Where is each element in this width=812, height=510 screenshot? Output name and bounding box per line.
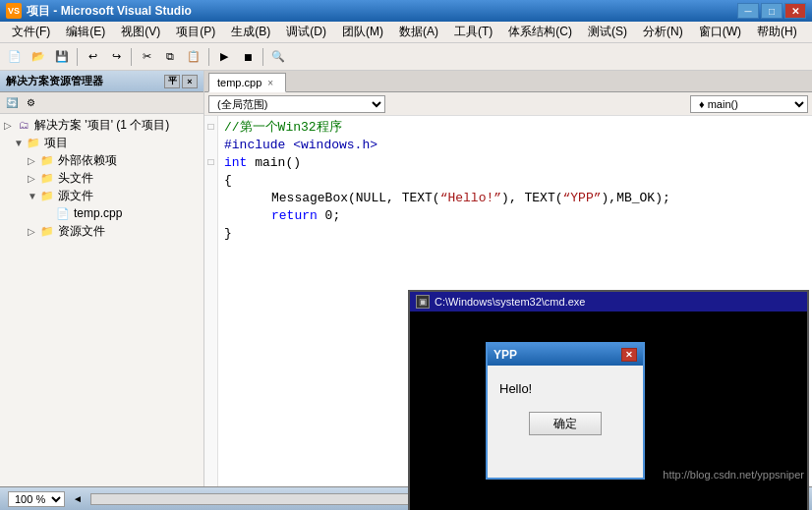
cpp-file-icon: 📄 <box>55 206 71 220</box>
code-msgbox-args1: (NULL, <box>348 191 402 205</box>
expand-arrow-ext: ▷ <box>28 155 39 166</box>
tree-item-external-deps[interactable]: ▷ 📁 外部依赖项 <box>0 151 203 169</box>
code-line-6: return 0; <box>224 206 806 224</box>
expand-arrow: ▷ <box>4 120 16 131</box>
tab-close-button[interactable]: × <box>267 78 273 88</box>
scope-dropdown[interactable]: (全局范围) <box>208 95 385 113</box>
menu-test[interactable]: 测试(S) <box>580 22 635 42</box>
close-button[interactable]: ✕ <box>784 3 806 19</box>
toolbar: 📄 📂 💾 ↩ ↪ ✂ ⧉ 📋 ▶ ⏹ 🔍 <box>0 43 812 71</box>
code-line-4: { <box>224 171 806 189</box>
tree-item-solution[interactable]: ▷ 🗂 解决方案 '项目' (1 个项目) <box>0 116 203 134</box>
msgbox-title-bar: YPP ✕ <box>488 344 643 366</box>
menu-architecture[interactable]: 体系结构(C) <box>500 22 580 42</box>
tree-item-project[interactable]: ▼ 📁 项目 <box>0 134 203 151</box>
menu-bar: 文件(F) 编辑(E) 视图(V) 项目(P) 生成(B) 调试(D) 团队(M… <box>0 22 812 43</box>
fold-btn-6 <box>204 206 217 224</box>
sidebar-header: 解决方案资源管理器 平 × <box>0 71 203 92</box>
ok-label: 确定 <box>553 416 577 432</box>
toolbar-paste[interactable]: 📋 <box>183 46 204 68</box>
zoom-select[interactable]: 100 % <box>8 491 65 507</box>
toolbar-redo[interactable]: ↪ <box>105 46 127 68</box>
menu-build[interactable]: 生成(B) <box>223 22 278 42</box>
msgbox-controls: ✕ <box>621 348 637 362</box>
menu-view[interactable]: 视图(V) <box>113 22 168 42</box>
external-deps-label: 外部依赖项 <box>58 152 117 169</box>
editor-tab-temp-cpp[interactable]: temp.cpp × <box>208 73 286 92</box>
ok-button[interactable]: 确定 <box>529 412 602 435</box>
toolbar-undo[interactable]: ↩ <box>82 46 103 68</box>
menu-file[interactable]: 文件(F) <box>4 22 58 42</box>
menu-analyze[interactable]: 分析(N) <box>635 22 691 42</box>
fold-btn-3[interactable]: □ <box>204 153 217 171</box>
menu-debug[interactable]: 调试(D) <box>278 22 334 42</box>
solution-explorer: 解决方案资源管理器 平 × 🔄 ⚙ ▷ 🗂 解决方案 '项目' (1 个项目) … <box>0 71 204 486</box>
menu-help[interactable]: 帮助(H) <box>749 22 805 42</box>
sources-label: 源文件 <box>58 188 93 204</box>
external-deps-icon: 📁 <box>39 153 55 167</box>
window-controls: ─ □ ✕ <box>737 3 806 19</box>
code-line-3: int main() <box>224 153 806 171</box>
sidebar-close-button[interactable]: × <box>182 75 198 88</box>
sidebar-props-btn[interactable]: ⚙ <box>22 94 39 112</box>
toolbar-sep4 <box>262 48 263 66</box>
code-preprocessor: #include <windows.h> <box>224 138 377 152</box>
sidebar-toolbar: 🔄 ⚙ <box>0 92 203 114</box>
fold-btn-1[interactable]: □ <box>204 118 217 136</box>
sidebar-refresh-btn[interactable]: 🔄 <box>3 94 21 112</box>
sidebar-controls: 平 × <box>164 75 198 88</box>
zoom-control: 100 % <box>8 491 65 507</box>
temp-cpp-label: temp.cpp <box>74 206 122 220</box>
cmd-title-text: C:\Windows\system32\cmd.exe <box>435 296 585 308</box>
toolbar-debug-start[interactable]: ▶ <box>213 46 235 68</box>
toolbar-open[interactable]: 📂 <box>28 46 49 68</box>
tab-filename: temp.cpp <box>217 77 261 88</box>
code-messagebox: MessageBox <box>271 191 348 205</box>
code-comment: //第一个Win32程序 <box>224 118 342 136</box>
function-dropdown[interactable]: ♦ main() <box>690 95 808 113</box>
code-msgbox-end: ),MB_OK); <box>602 191 670 205</box>
sidebar-dock-button[interactable]: 平 <box>164 75 180 88</box>
solution-label: 解决方案 '项目' (1 个项目) <box>34 117 169 134</box>
code-paren2: ( <box>555 191 563 205</box>
menu-team[interactable]: 团队(M) <box>334 22 391 42</box>
tree-item-temp-cpp[interactable]: 📄 temp.cpp <box>0 204 203 222</box>
minimize-button[interactable]: ─ <box>737 3 759 19</box>
tree-item-resources[interactable]: ▷ 📁 资源文件 <box>0 222 203 240</box>
sources-icon: 📁 <box>39 189 55 202</box>
scroll-left-btn[interactable]: ◄ <box>73 493 83 504</box>
toolbar-cut[interactable]: ✂ <box>136 46 157 68</box>
menu-tools[interactable]: 工具(T) <box>446 22 500 42</box>
msgbox-body: Hello! <box>488 366 643 404</box>
toolbar-debug-stop[interactable]: ⏹ <box>237 46 259 68</box>
msgbox-close-button[interactable]: ✕ <box>621 348 637 362</box>
menu-data[interactable]: 数据(A) <box>391 22 446 42</box>
tree-item-headers[interactable]: ▷ 📁 头文件 <box>0 169 203 187</box>
fold-btn-2 <box>204 136 217 153</box>
tree-item-sources[interactable]: ▼ 📁 源文件 <box>0 187 203 204</box>
code-line-2: #include <windows.h> <box>224 136 806 153</box>
code-main-sig: main() <box>247 155 301 170</box>
code-return-val: 0; <box>318 208 340 223</box>
headers-label: 头文件 <box>58 170 93 187</box>
menu-project[interactable]: 项目(P) <box>168 22 223 42</box>
resources-icon: 📁 <box>39 224 55 238</box>
toolbar-copy[interactable]: ⧉ <box>159 46 181 68</box>
code-line-5: MessageBox (NULL, TEXT ( “Hello!” ), TEX… <box>224 189 806 206</box>
tab-bar: temp.cpp × <box>204 71 812 92</box>
msgbox-footer: 确定 <box>488 404 643 443</box>
fold-btn-7 <box>204 224 217 242</box>
toolbar-find[interactable]: 🔍 <box>267 46 289 68</box>
code-brace-close: } <box>224 226 232 241</box>
toolbar-save[interactable]: 💾 <box>51 46 73 68</box>
toolbar-sep1 <box>77 48 78 66</box>
sidebar-title: 解决方案资源管理器 <box>6 74 103 88</box>
toolbar-new[interactable]: 📄 <box>4 46 26 68</box>
code-string-hello: “Hello!” <box>440 191 501 205</box>
code-brace-open: { <box>224 173 232 188</box>
menu-edit[interactable]: 编辑(E) <box>58 22 113 42</box>
menu-window[interactable]: 窗口(W) <box>691 22 749 42</box>
code-line-7: } <box>224 224 806 242</box>
solution-icon: 🗂 <box>16 118 31 132</box>
maximize-button[interactable]: □ <box>761 3 783 19</box>
